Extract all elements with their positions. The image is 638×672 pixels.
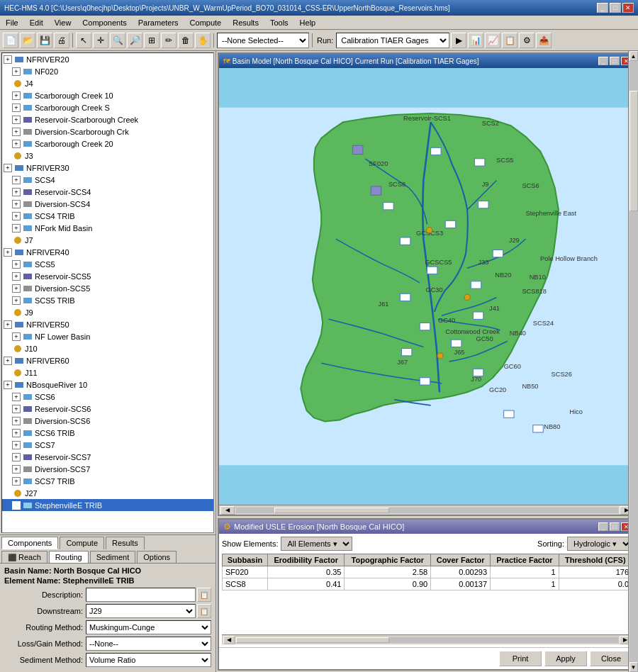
- cell-erodibility-1[interactable]: 0.41: [267, 578, 345, 590]
- sediment-method-select[interactable]: Volume Ratio: [86, 653, 211, 667]
- subtab-routing[interactable]: Routing: [49, 551, 89, 563]
- downstream-select[interactable]: J29: [86, 604, 196, 618]
- expand-res-scarb[interactable]: +: [12, 116, 21, 124]
- export-btn[interactable]: 📤: [536, 33, 552, 48]
- tree-item-j3[interactable]: J3: [2, 150, 213, 162]
- expand-nfriver20[interactable]: +: [4, 55, 12, 64]
- menu-help[interactable]: Help: [297, 18, 319, 28]
- expand-scs6[interactable]: +: [12, 393, 21, 401]
- menu-compute[interactable]: Compute: [187, 18, 225, 28]
- map-area[interactable]: Reservoir-SCS1 SCS2 SF020 SCS5 SCS8 J9 S…: [219, 68, 635, 505]
- usle-maximize[interactable]: □: [610, 522, 620, 531]
- tree-item-nfriver30[interactable]: + NFRIVER30: [2, 162, 213, 174]
- downstream-btn[interactable]: 📋: [197, 604, 211, 618]
- scroll-left-btn[interactable]: ◀: [220, 506, 235, 515]
- tree-item-nbosque10[interactable]: + NBosqueRiver 10: [2, 379, 213, 391]
- loss-gain-select[interactable]: --None--: [86, 637, 211, 651]
- expand-res-scs4[interactable]: +: [12, 188, 21, 196]
- expand-scs7[interactable]: +: [12, 441, 21, 449]
- expand-nfriver50[interactable]: +: [4, 320, 12, 329]
- tree-item-j4[interactable]: J4: [2, 77, 213, 89]
- tree-item-res-scs6[interactable]: + Reservoir-SCS6: [2, 403, 213, 415]
- results-btn[interactable]: 📊: [468, 33, 483, 48]
- table-btn[interactable]: 📋: [502, 33, 517, 48]
- tab-compute[interactable]: Compute: [60, 537, 104, 549]
- cell-subbasin-0[interactable]: SF020: [223, 566, 268, 578]
- run-dropdown[interactable]: Calibration TIAER Gages: [336, 33, 449, 48]
- cell-threshold-0[interactable]: 176: [559, 566, 632, 578]
- tree-item-div-scs5[interactable]: + Diversion-SCS5: [2, 282, 213, 294]
- zoom-fit-btn[interactable]: ⊞: [144, 33, 160, 48]
- expand-scs7trib[interactable]: +: [12, 477, 21, 486]
- tree-item-scs7trib[interactable]: + SCS7 TRIB: [2, 475, 213, 487]
- tree-item-res-scs5[interactable]: + Reservoir-SCS5: [2, 270, 213, 282]
- tree-item-div-scs6[interactable]: + Diversion-SCS6: [2, 415, 213, 427]
- zoom-in-btn[interactable]: 🔍: [110, 33, 125, 48]
- tree-item-stephenvillee-trib[interactable]: + StephenvilleE TRIB: [2, 499, 213, 511]
- tree-item-scs6[interactable]: + SCS6: [2, 391, 213, 403]
- expand-nfriver30[interactable]: +: [4, 164, 12, 172]
- tree-item-div-scarb[interactable]: + Diversion-Scarborough Crk: [2, 125, 213, 138]
- tree-item-nfriver50[interactable]: + NFRIVER50: [2, 318, 213, 330]
- basin-minimize[interactable]: _: [598, 57, 608, 65]
- cell-subbasin-1[interactable]: SCS8: [223, 578, 268, 590]
- menu-results[interactable]: Results: [230, 18, 262, 28]
- maximize-btn[interactable]: □: [610, 3, 621, 13]
- scroll-down-btn[interactable]: ▼: [629, 662, 638, 672]
- tree-item-j10[interactable]: J10: [2, 342, 213, 354]
- table-scroll-left[interactable]: ◀: [223, 636, 235, 644]
- menu-tools[interactable]: Tools: [267, 18, 291, 28]
- expand-nflower[interactable]: +: [12, 332, 21, 341]
- menu-file[interactable]: File: [3, 18, 21, 28]
- expand-nf020[interactable]: +: [12, 67, 21, 76]
- expand-res-scs5[interactable]: +: [12, 272, 21, 281]
- cell-threshold-1[interactable]: 0.0: [559, 578, 632, 590]
- tree-item-res-scarb[interactable]: + Reservoir-Scarborough Creek: [2, 113, 213, 125]
- cell-topographic-1[interactable]: 0.90: [345, 578, 431, 590]
- print-btn[interactable]: 🖨: [54, 33, 69, 48]
- usle-minimize[interactable]: _: [598, 522, 608, 531]
- expand-stephenvillee-trib[interactable]: +: [12, 501, 21, 510]
- cell-practice-0[interactable]: 1: [491, 566, 559, 578]
- expand-div-scs5[interactable]: +: [12, 284, 21, 293]
- subtab-sediment[interactable]: Sediment: [90, 551, 135, 563]
- tree-item-div-scs4[interactable]: + Diversion-SCS4: [2, 198, 213, 210]
- map-scrollbar-horizontal[interactable]: ◀ ▶: [219, 505, 635, 515]
- tree-item-scs7[interactable]: + SCS7: [2, 439, 213, 451]
- menu-view[interactable]: View: [52, 18, 74, 28]
- table-scroll[interactable]: Subbasin Erodibility Factor Topographic …: [222, 554, 632, 634]
- expand-scs5[interactable]: +: [12, 260, 21, 269]
- expand-scs4trib[interactable]: +: [12, 212, 21, 220]
- expand-res-scs7[interactable]: +: [12, 453, 21, 461]
- draw-btn[interactable]: ✏: [161, 33, 177, 48]
- menu-edit[interactable]: Edit: [27, 18, 46, 28]
- tree-item-nfriver20[interactable]: + NFRIVER20: [2, 53, 213, 65]
- tree-item-scs5trib[interactable]: + SCS5 TRIB: [2, 294, 213, 306]
- expand-div-scarb[interactable]: +: [12, 128, 21, 136]
- subtab-reach[interactable]: ⬛ Reach: [1, 551, 47, 563]
- open-btn[interactable]: 📂: [20, 33, 35, 48]
- scroll-up-btn[interactable]: ▲: [629, 51, 638, 61]
- expand-scs6trib[interactable]: +: [12, 429, 21, 437]
- close-btn[interactable]: ✕: [622, 3, 634, 13]
- basin-maximize[interactable]: □: [610, 57, 620, 65]
- chart-btn[interactable]: 📈: [485, 33, 500, 48]
- save-btn[interactable]: 💾: [37, 33, 52, 48]
- expand-scarb10[interactable]: +: [12, 91, 21, 100]
- run-btn[interactable]: ▶: [451, 33, 466, 48]
- tree-view[interactable]: + NFRIVER20 + NF020 J4 + Scarborough Cre…: [1, 52, 214, 533]
- cell-practice-1[interactable]: 1: [491, 578, 559, 590]
- new-btn[interactable]: 📄: [3, 33, 18, 48]
- move-btn[interactable]: ✛: [93, 33, 108, 48]
- cell-cover-1[interactable]: 0.00137: [431, 578, 491, 590]
- apply-button[interactable]: Apply: [544, 651, 587, 666]
- expand-nbosque10[interactable]: +: [4, 381, 12, 389]
- expand-nfriver60[interactable]: +: [4, 357, 12, 365]
- tree-item-scarb10[interactable]: + Scarborough Creek 10: [2, 89, 213, 101]
- tree-item-j11[interactable]: J11: [2, 366, 213, 379]
- zoom-out-btn[interactable]: 🔎: [127, 33, 142, 48]
- expand-div-scs4[interactable]: +: [12, 200, 21, 208]
- expand-scarb20[interactable]: +: [12, 140, 21, 148]
- cell-erodibility-0[interactable]: 0.35: [267, 566, 345, 578]
- menu-parameters[interactable]: Parameters: [135, 18, 181, 28]
